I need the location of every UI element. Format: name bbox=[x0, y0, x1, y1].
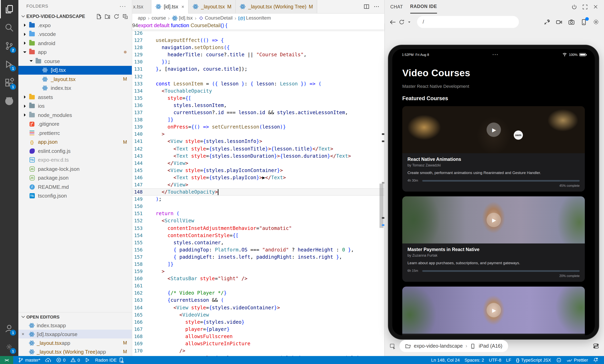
tree-item-assets[interactable]: assets bbox=[18, 93, 132, 102]
tree-item-app-json[interactable]: {}app.jsonM bbox=[18, 137, 132, 146]
breadcrumb-lessonitem[interactable]: [@]LessonItem bbox=[238, 15, 271, 21]
tree-item-expo-env-d-ts[interactable]: TSexpo-env.d.ts bbox=[18, 156, 132, 164]
code-line-151[interactable]: 151 return ( bbox=[132, 210, 384, 217]
device-debug-icon[interactable] bbox=[580, 19, 587, 25]
status-debug-alt-icon[interactable] bbox=[82, 356, 93, 364]
status-bell-dot-icon[interactable] bbox=[591, 356, 601, 364]
close-icon[interactable] bbox=[593, 4, 598, 10]
code-line-146[interactable]: 146 <Text style={styles.playIcon}>▶</Tex… bbox=[132, 174, 384, 181]
github-activity-button[interactable] bbox=[0, 92, 18, 110]
code-line-144[interactable]: 144 </View> bbox=[132, 159, 384, 167]
tree-item-node-modules[interactable]: node_modules bbox=[18, 110, 132, 120]
tab-radon-ide[interactable]: RADON IDE bbox=[410, 0, 437, 13]
code-line-161[interactable]: 161 bbox=[132, 282, 384, 290]
code-line-170[interactable]: 170 /> bbox=[132, 347, 384, 354]
tree-item-android[interactable]: android bbox=[18, 39, 132, 48]
code-line-155[interactable]: 155 styles.container, bbox=[132, 239, 384, 246]
code-line-168[interactable]: 168 allowsFullscreen bbox=[132, 333, 384, 340]
code-line-147[interactable]: 147 </View> bbox=[132, 181, 384, 188]
device-selector[interactable]: expo-video-landscape › iPad (A16) bbox=[400, 340, 508, 352]
reload-icon[interactable] bbox=[399, 19, 405, 25]
url-bar[interactable]: / bbox=[417, 16, 519, 28]
status-ln-148-col-24[interactable]: Ln 148, Col 24 bbox=[429, 356, 462, 364]
code-line-131[interactable]: 131 }, [navigation, course.title]); bbox=[132, 66, 384, 73]
run-debug-activity-button[interactable]: 1 bbox=[0, 55, 18, 73]
code-line-165[interactable]: 165 <VideoView bbox=[132, 311, 384, 318]
editor-tab--layout-tsx-working-tree-[interactable]: _layout.tsx (Working Tree)M bbox=[236, 0, 317, 13]
code-line-138[interactable]: 138 ]} bbox=[132, 116, 384, 123]
code-line-171[interactable]: 171 <Text style={styles.currentLessonTit… bbox=[132, 354, 384, 356]
breadcrumb[interactable]: app›course›[id].tsx›CourseDetail›[@]Less… bbox=[132, 13, 384, 22]
code-line-130[interactable]: 130 }); bbox=[132, 59, 384, 66]
tree-item-readme-md[interactable]: iREADME.md bbox=[18, 182, 132, 191]
play-button-icon[interactable]: ▶ bbox=[486, 122, 501, 137]
video-camera-icon[interactable] bbox=[556, 19, 563, 25]
code-line-156[interactable]: 156 { paddingTop: Platform.OS === "andro… bbox=[132, 246, 384, 254]
tree-item--expo[interactable]: .expo bbox=[18, 21, 132, 30]
code-line-158[interactable]: 158 ]} bbox=[132, 261, 384, 268]
breadcrumb-coursedetail[interactable]: CourseDetail bbox=[199, 15, 233, 21]
extensions-activity-button[interactable]: 1 bbox=[0, 73, 18, 92]
tree-item-index-tsx[interactable]: index.tsx bbox=[18, 84, 132, 93]
play-button-icon[interactable]: ▶ bbox=[486, 303, 501, 317]
code-line-157[interactable]: 157 { paddingLeft: insets.left, paddingR… bbox=[132, 254, 384, 261]
back-arrow-icon[interactable] bbox=[390, 19, 396, 25]
code-area[interactable]: 126127 useLayoutEffect(() => {128 naviga… bbox=[132, 30, 384, 356]
status-prettier[interactable]: Prettier bbox=[564, 356, 591, 364]
code-line-135[interactable]: 135 style={[ bbox=[132, 95, 384, 102]
refresh-icon[interactable] bbox=[113, 13, 120, 20]
status-cloud-upload-icon[interactable] bbox=[43, 356, 53, 364]
code-line-149[interactable]: 149 ); bbox=[132, 195, 384, 203]
code-line-148[interactable]: 148 </TouchableOpacity> bbox=[132, 188, 384, 195]
inspect-icon[interactable] bbox=[390, 343, 396, 350]
code-line-126[interactable]: 126 bbox=[132, 30, 384, 37]
tree-item-app[interactable]: app bbox=[18, 48, 132, 57]
tree-item-tsconfig-json[interactable]: TStsconfig.json bbox=[18, 191, 132, 200]
code-line-140[interactable]: 140 > bbox=[132, 131, 384, 138]
code-line-142[interactable]: 142 <Text style={styles.lessonTitle}>{le… bbox=[132, 145, 384, 152]
code-line-150[interactable]: 150 bbox=[132, 203, 384, 210]
camera-icon[interactable] bbox=[568, 19, 575, 25]
code-line-166[interactable]: 166 style={styles.video} bbox=[132, 318, 384, 326]
course-card-3[interactable]: ▶Performance Optimization in React Nativ… bbox=[402, 287, 585, 335]
code-line-128[interactable]: 128 navigation.setOptions({ bbox=[132, 44, 384, 51]
collapse-all-icon[interactable] bbox=[121, 13, 129, 20]
code-line-152[interactable]: 152 <ScrollView bbox=[132, 217, 384, 225]
code-line-127[interactable]: 127 useLayoutEffect(() => { bbox=[132, 37, 384, 44]
editor-tab--id-tsx[interactable]: [id].tsx× bbox=[151, 0, 189, 13]
code-line-159[interactable]: 159 > bbox=[132, 268, 384, 275]
tree-item--prettierrc[interactable]: .prettierrc bbox=[18, 129, 132, 137]
open-editor--layout-tsx-working-tree-[interactable]: _layout.tsx (Working Tree)appM bbox=[18, 347, 132, 356]
code-line-153[interactable]: 153 contentInsetAdjustmentBehavior="auto… bbox=[132, 225, 384, 232]
tree-item--vscode[interactable]: .vscode bbox=[18, 30, 132, 39]
new-file-icon[interactable] bbox=[95, 13, 102, 20]
tools-icon[interactable] bbox=[543, 19, 550, 25]
folders-more-icon[interactable]: ··· bbox=[119, 3, 126, 9]
status-master-[interactable]: master* bbox=[16, 356, 43, 364]
status-0[interactable]: 0 bbox=[68, 356, 82, 364]
tree-item--gitignore[interactable]: .gitignore bbox=[18, 120, 132, 129]
editor-tab-x-tsx[interactable]: x.tsx bbox=[132, 0, 151, 13]
tree-item-package-lock-json[interactable]: JSpackage-lock.json bbox=[18, 164, 132, 173]
code-line-162[interactable]: 162 {/* Video Player */} bbox=[132, 290, 384, 297]
course-card-1[interactable]: ▶swmReact Native Animationsby Tomasz Zaw… bbox=[402, 106, 585, 192]
code-line-133[interactable]: 133 const LessonItem = ({ lesson }: { le… bbox=[132, 80, 384, 87]
settings-gear-icon[interactable] bbox=[593, 19, 599, 25]
account-activity-button[interactable]: 1 bbox=[0, 319, 18, 338]
files-activity-button[interactable] bbox=[0, 0, 18, 18]
code-line-145[interactable]: 145 <View style={styles.playIconContaine… bbox=[132, 167, 384, 174]
close-icon[interactable]: × bbox=[181, 4, 184, 9]
code-line-167[interactable]: 167 player={player} bbox=[132, 326, 384, 333]
status-radon-ide[interactable]: Radon IDE bbox=[93, 356, 127, 364]
code-line-164[interactable]: 164 <View style={styles.videoContainer}> bbox=[132, 304, 384, 311]
new-folder-icon[interactable] bbox=[104, 13, 111, 20]
code-line-163[interactable]: 163 {currentLesson && ( bbox=[132, 297, 384, 304]
status-spaces-2[interactable]: Spaces: 2 bbox=[462, 356, 487, 364]
source-control-activity-button[interactable]: 2 bbox=[0, 37, 18, 55]
device-screen[interactable]: 1:52PM Fri Aug 8 ••• 100% Video Courses … bbox=[392, 49, 595, 335]
code-line-139[interactable]: 139 onPress={() => setCurrentLesson(less… bbox=[132, 123, 384, 131]
code-line-132[interactable]: 132 bbox=[132, 73, 384, 80]
tree-item--id-tsx[interactable]: [id].tsx bbox=[18, 66, 132, 75]
code-line-134[interactable]: 134 <TouchableOpacity bbox=[132, 87, 384, 95]
editor-scrollbar[interactable] bbox=[379, 184, 383, 228]
